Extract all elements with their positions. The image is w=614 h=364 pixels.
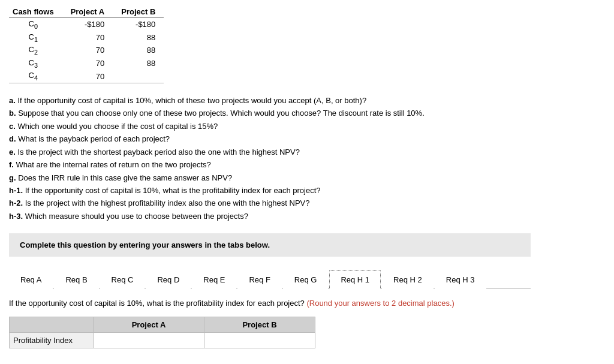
tab-req-b[interactable]: Req B — [54, 270, 98, 289]
col-header-project-b: Project B — [113, 6, 164, 18]
cashflow-row-c1: C1 70 88 — [9, 31, 164, 44]
value-b-c2: 88 — [113, 44, 164, 57]
answer-prompt-main: If the opportunity cost of capital is 10… — [9, 299, 305, 308]
value-a-c3: 70 — [62, 57, 113, 70]
instruction-text: Complete this question by entering your … — [20, 240, 270, 249]
label-c4: C4 — [9, 70, 62, 83]
question-b: b. Suppose that you can choose only one … — [9, 107, 531, 119]
tab-req-h1[interactable]: Req H 1 — [329, 270, 381, 289]
answer-col-header-project-a: Project A — [94, 317, 204, 332]
instruction-box: Complete this question by entering your … — [9, 233, 531, 257]
question-f: f. What are the internal rates of return… — [9, 158, 531, 171]
cashflow-row-c2: C2 70 88 — [9, 44, 164, 57]
question-g: g. Does the IRR rule in this case give t… — [9, 172, 531, 184]
answer-col-header-empty — [10, 317, 94, 332]
value-a-c0: -$180 — [62, 18, 113, 31]
question-h1: h-1. If the opportunity cost of capital … — [9, 184, 531, 197]
question-c: c. Which one would you choose if the cos… — [9, 120, 531, 133]
question-h3: h-3. Which measure should you use to cho… — [9, 210, 531, 222]
question-a: a. If the opportunity cost of capital is… — [9, 94, 531, 107]
profitability-index-project-a-cell[interactable] — [94, 332, 204, 348]
value-a-c4: 70 — [62, 70, 113, 83]
tabs-container: Req A Req B Req C Req D Req E Req F Req … — [9, 266, 531, 289]
questions-section: a. If the opportunity cost of capital is… — [9, 94, 531, 222]
cashflow-row-c4: C4 70 — [9, 70, 164, 83]
answer-prompt-highlight: (Round your answers to 2 decimal places.… — [305, 299, 455, 308]
col-header-cashflows: Cash flows — [9, 6, 62, 18]
value-b-c3: 88 — [113, 57, 164, 70]
profitability-index-project-b-cell[interactable] — [204, 332, 315, 348]
label-c3: C3 — [9, 57, 62, 70]
tab-req-f[interactable]: Req F — [237, 270, 281, 289]
tab-req-c[interactable]: Req C — [100, 270, 145, 289]
cashflow-table: Cash flows Project A Project B C0 -$180 … — [9, 6, 164, 83]
col-header-project-a: Project A — [62, 6, 113, 18]
answer-table-header-row: Project A Project B — [10, 317, 315, 332]
tab-req-g[interactable]: Req G — [283, 270, 329, 289]
value-a-c2: 70 — [62, 44, 113, 57]
value-a-c1: 70 — [62, 31, 113, 44]
answer-prompt: If the opportunity cost of capital is 10… — [9, 297, 531, 309]
tab-req-d[interactable]: Req D — [146, 270, 191, 289]
profitability-index-project-a-input[interactable] — [98, 336, 199, 345]
profitability-index-project-b-input[interactable] — [209, 336, 310, 345]
question-h2: h-2. Is the project with the highest pro… — [9, 197, 531, 209]
tab-req-h2[interactable]: Req H 2 — [382, 270, 434, 289]
label-c0: C0 — [9, 18, 62, 31]
tab-req-h3[interactable]: Req H 3 — [435, 270, 486, 289]
question-e: e. Is the project with the shortest payb… — [9, 146, 531, 158]
value-b-c0: -$180 — [113, 18, 164, 31]
cashflow-row-c0: C0 -$180 -$180 — [9, 18, 164, 31]
cashflow-row-c3: C3 70 88 — [9, 57, 164, 70]
tab-req-e[interactable]: Req E — [192, 270, 236, 289]
answer-row-profitability: Profitability Index — [10, 332, 315, 348]
page-wrapper: Cash flows Project A Project B C0 -$180 … — [0, 0, 614, 354]
answer-table: Project A Project B Profitability Index — [9, 317, 315, 348]
profitability-index-label: Profitability Index — [10, 332, 94, 348]
answer-section: If the opportunity cost of capital is 10… — [9, 297, 531, 348]
label-c2: C2 — [9, 44, 62, 57]
answer-col-header-project-b: Project B — [204, 317, 315, 332]
label-c1: C1 — [9, 31, 62, 44]
tab-req-a[interactable]: Req A — [9, 270, 53, 289]
value-b-c1: 88 — [113, 31, 164, 44]
question-d: d. What is the payback period of each pr… — [9, 133, 531, 145]
value-b-c4 — [113, 70, 164, 83]
